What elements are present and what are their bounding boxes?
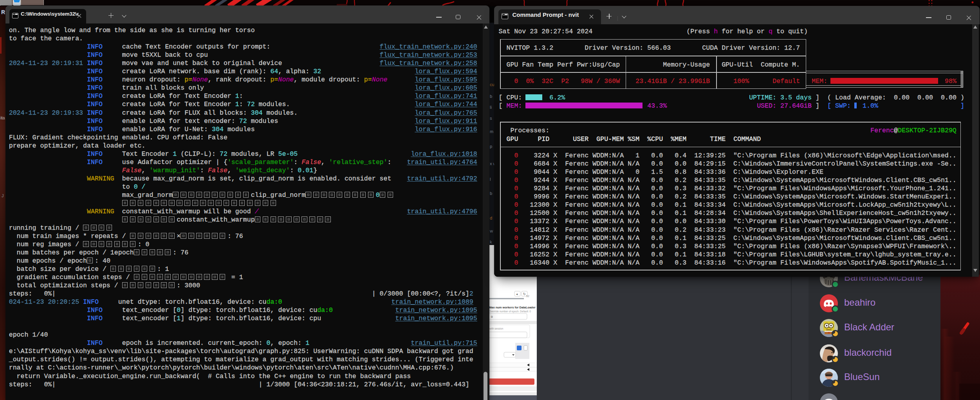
svg-text:0: 0 [491, 315, 493, 319]
svg-text:◂: ◂ [516, 292, 518, 296]
svg-text:Max num workers for DataLoader: Max num workers for DataLoader [489, 306, 536, 309]
svg-text:Override number of epoch. Defa: Override number of epoch. Default: 0 [489, 310, 531, 313]
svg-text:52: 52 [526, 295, 529, 297]
svg-text:↻: ↻ [523, 292, 526, 296]
svg-text:with session: with session [489, 327, 504, 330]
